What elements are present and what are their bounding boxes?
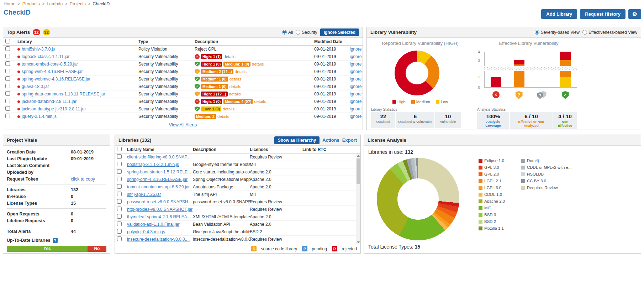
library-name-link[interactable]: insecure-deserialization-v8.0.0.... [127, 237, 190, 242]
alert-ignore-link[interactable]: ignore [350, 99, 361, 104]
library-name-link[interactable]: spring-orm-4.3.16.RELEASE.jar [127, 177, 188, 182]
library-row-checkbox[interactable] [117, 154, 122, 159]
show-as-hierarchy-button[interactable]: Show as Hierarchy [274, 136, 320, 144]
library-name-link[interactable]: http-proxies-v8.0.0.SNAPSHOT.jar [127, 207, 192, 212]
help-icon[interactable]: ? [53, 238, 58, 243]
alert-library-link[interactable]: logback-classic-1.1.11.jar [22, 54, 70, 59]
alert-library-link[interactable]: jackson-datatype-jsr310-2.8.11.jar [22, 106, 86, 111]
library-row-checkbox[interactable] [117, 229, 122, 234]
alert-row-checkbox[interactable] [5, 69, 10, 73]
library-name-link[interactable]: thymeleaf-spring4-2.1.6.RELEAS... [127, 214, 193, 219]
actions-link[interactable]: Actions [322, 137, 339, 143]
scrollbar-thumb[interactable] [357, 158, 360, 184]
alert-ignore-link[interactable]: ignore [350, 47, 361, 52]
effectiveness-view-option[interactable]: Effectiveness-based View [582, 30, 637, 35]
request-token-copy-link[interactable]: click to copy [71, 177, 95, 182]
effectiveness-view-radio[interactable] [582, 30, 587, 35]
library-row-checkbox[interactable] [117, 236, 122, 241]
breadcrumb-link[interactable]: Home [4, 1, 15, 6]
alert-library-link[interactable]: jquery-2.1.4.min.js [22, 114, 57, 119]
alert-library-link[interactable]: tomcat-embed-core-8.5.29.jar [22, 62, 78, 67]
alert-library-link[interactable]: spring-webmvc-4.3.16.RELEASE.jar [22, 77, 90, 82]
details-link[interactable]: details [254, 99, 266, 104]
library-name-link[interactable]: slf4j-api-1.7.25.jar [127, 192, 161, 197]
breadcrumb-link[interactable]: Products [22, 1, 40, 6]
alert-row-checkbox[interactable] [5, 91, 10, 96]
library-name-link[interactable]: password-reset-v8.0.0.SNAPSH... [127, 199, 191, 204]
library-name-link[interactable]: polyglot-0.4.3.min.js [127, 229, 165, 234]
alert-row-checkbox[interactable] [5, 84, 10, 88]
request-history-button[interactable]: Request History [580, 9, 625, 19]
top-alerts-panel: Top Alerts 12 32 All Security Ignore Sel… [3, 27, 363, 130]
library-row-checkbox[interactable] [117, 169, 122, 174]
library-description: password-reset-v8.0.0.SNAPSH... [193, 199, 250, 204]
view-all-alerts-link[interactable]: View All Alerts [169, 123, 197, 127]
alert-row-checkbox[interactable] [5, 46, 10, 51]
alert-ignore-link[interactable]: ignore [350, 62, 361, 67]
filter-all-option[interactable]: All [282, 30, 293, 35]
alert-library-link[interactable]: jackson-databind-2.8.11.1.jar [22, 99, 76, 104]
ignore-selected-button[interactable]: Ignore Selected [320, 28, 359, 36]
filter-security-radio[interactable] [296, 30, 300, 35]
alert-library-link[interactable]: guava-18.0.jar [22, 84, 49, 89]
library-row-checkbox[interactable] [117, 222, 122, 226]
library-row-checkbox[interactable] [117, 207, 122, 211]
alert-library-link[interactable]: html5shiv-3.7.0.js [22, 47, 55, 52]
alert-ignore-link[interactable]: ignore [350, 84, 361, 89]
library-name-link[interactable]: tomcat-annotations-api-8.5.29.jar [127, 184, 190, 189]
alert-ignore-link[interactable]: ignore [350, 106, 361, 111]
filter-all-radio[interactable] [282, 30, 287, 35]
alert-ignore-link[interactable]: ignore [350, 77, 361, 82]
libraries-select-all-checkbox[interactable] [117, 147, 122, 151]
not-analyzed-icon: ? [537, 91, 547, 99]
export-link[interactable]: Export [342, 137, 357, 143]
library-name-link[interactable]: bootstrap-3.1.1-3.2.1.min.js [127, 162, 179, 167]
alert-library-link[interactable]: spring-data-commons-1.13.11.RELEASE.jar [22, 92, 105, 97]
alert-ignore-link[interactable]: ignore [350, 69, 361, 74]
details-link[interactable]: details [235, 69, 247, 74]
breadcrumb-link[interactable]: Projects [70, 1, 86, 6]
license-swatch [479, 186, 482, 190]
library-name-link[interactable]: client-side-filtering-v8.0.0.SNAP... [127, 155, 190, 160]
alert-ignore-link[interactable]: ignore [350, 114, 361, 119]
alert-row-checkbox[interactable] [5, 54, 10, 58]
library-row-checkbox[interactable] [117, 162, 122, 166]
legend-swatch [436, 100, 439, 104]
alert-ignore-link[interactable]: ignore [350, 54, 361, 59]
add-library-button[interactable]: Add Library [541, 9, 577, 19]
library-row-checkbox[interactable] [117, 199, 122, 204]
severity-view-radio[interactable] [535, 30, 539, 35]
vitals-row: Libraries132 [7, 186, 106, 193]
libraries-scrollbar[interactable] [356, 153, 360, 245]
details-link[interactable]: details [252, 62, 264, 66]
library-row-checkbox[interactable] [117, 192, 122, 196]
effectiveness-view-label: Effectiveness-based View [588, 30, 637, 35]
filter-security-option[interactable]: Security [296, 30, 317, 35]
breadcrumb-link[interactable]: Lambda [47, 1, 63, 6]
alert-ignore-link[interactable]: ignore [350, 92, 361, 97]
alert-row-checkbox[interactable] [5, 76, 10, 81]
library-row-checkbox[interactable] [117, 184, 122, 189]
library-name-link[interactable]: validation-api-1.1.0.Final.jar [127, 222, 179, 227]
alerts-select-all-checkbox[interactable] [5, 39, 10, 43]
library-name-link[interactable]: spring-boot-starter-1.5.12.RELE... [127, 170, 191, 174]
alert-row-checkbox[interactable] [5, 114, 10, 118]
alert-row-checkbox[interactable] [5, 61, 10, 66]
details-link[interactable]: details [229, 84, 241, 89]
alert-row-checkbox[interactable] [5, 99, 10, 103]
severity-badge-medium: Medium: 2 [195, 114, 216, 119]
vulnerability-effective-icon: × [492, 91, 500, 98]
details-link[interactable]: details [229, 77, 241, 81]
details-link[interactable]: details [217, 114, 229, 119]
details-link[interactable]: details [229, 92, 241, 96]
total-license-types-value: 15 [415, 244, 421, 250]
scroll-up-arrow-icon[interactable] [356, 153, 360, 158]
severity-view-option[interactable]: Severity-based View [535, 30, 580, 35]
details-link[interactable]: details [223, 54, 235, 59]
library-row-checkbox[interactable] [117, 214, 122, 219]
library-row-checkbox[interactable] [117, 177, 122, 181]
details-link[interactable]: details [223, 107, 234, 111]
alert-library-link[interactable]: spring-web-4.3.16.RELEASE.jar [22, 69, 83, 74]
settings-button[interactable]: ⚙ [628, 9, 641, 19]
alert-row-checkbox[interactable] [5, 106, 10, 111]
